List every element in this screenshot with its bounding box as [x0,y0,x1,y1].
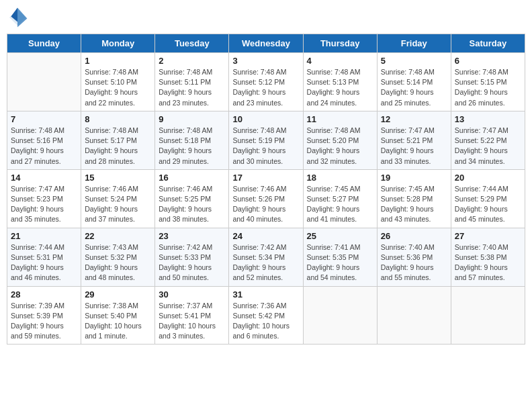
cell-info: Sunrise: 7:38 AMSunset: 5:40 PMDaylight:… [85,301,151,342]
page-header [7,7,525,28]
calendar-cell: 20Sunrise: 7:44 AMSunset: 5:29 PMDayligh… [451,169,525,228]
day-number: 20 [455,173,521,183]
calendar-week-row: 28Sunrise: 7:39 AMSunset: 5:39 PMDayligh… [7,286,525,345]
day-number: 26 [381,231,447,241]
calendar-cell: 8Sunrise: 7:48 AMSunset: 5:17 PMDaylight… [81,111,155,169]
day-number: 25 [307,231,373,241]
calendar-cell: 30Sunrise: 7:37 AMSunset: 5:41 PMDayligh… [155,286,229,345]
calendar-cell: 11Sunrise: 7:48 AMSunset: 5:20 PMDayligh… [303,111,377,169]
calendar-cell: 29Sunrise: 7:38 AMSunset: 5:40 PMDayligh… [81,286,155,345]
day-number: 24 [232,231,299,241]
weekday-header-sunday: Sunday [7,34,81,53]
day-number: 10 [232,114,299,124]
svg-marker-1 [17,8,27,28]
calendar-cell [377,286,451,345]
calendar-cell: 1Sunrise: 7:48 AMSunset: 5:10 PMDaylight… [81,53,155,111]
day-number: 29 [85,289,151,300]
logo-icon [7,7,28,28]
weekday-header-row: SundayMondayTuesdayWednesdayThursdayFrid… [7,34,525,53]
day-number: 7 [11,114,77,124]
calendar-cell: 12Sunrise: 7:47 AMSunset: 5:21 PMDayligh… [377,111,451,169]
calendar-cell: 6Sunrise: 7:48 AMSunset: 5:15 PMDaylight… [451,53,525,111]
cell-info: Sunrise: 7:48 AMSunset: 5:18 PMDaylight:… [159,126,225,167]
cell-info: Sunrise: 7:46 AMSunset: 5:26 PMDaylight:… [232,184,299,225]
calendar-cell: 17Sunrise: 7:46 AMSunset: 5:26 PMDayligh… [229,169,303,228]
calendar-cell: 15Sunrise: 7:46 AMSunset: 5:24 PMDayligh… [81,169,155,228]
calendar-cell: 3Sunrise: 7:48 AMSunset: 5:12 PMDaylight… [229,53,303,111]
day-number: 30 [159,289,225,300]
calendar-cell: 27Sunrise: 7:40 AMSunset: 5:38 PMDayligh… [451,228,525,286]
calendar-cell: 19Sunrise: 7:45 AMSunset: 5:28 PMDayligh… [377,169,451,228]
calendar-week-row: 21Sunrise: 7:44 AMSunset: 5:31 PMDayligh… [7,228,525,286]
cell-info: Sunrise: 7:47 AMSunset: 5:22 PMDaylight:… [455,126,521,167]
calendar-cell: 13Sunrise: 7:47 AMSunset: 5:22 PMDayligh… [451,111,525,169]
calendar-cell: 26Sunrise: 7:40 AMSunset: 5:36 PMDayligh… [377,228,451,286]
calendar-cell: 4Sunrise: 7:48 AMSunset: 5:13 PMDaylight… [303,53,377,111]
calendar-cell: 25Sunrise: 7:41 AMSunset: 5:35 PMDayligh… [303,228,377,286]
cell-info: Sunrise: 7:48 AMSunset: 5:12 PMDaylight:… [232,67,299,108]
cell-info: Sunrise: 7:39 AMSunset: 5:39 PMDaylight:… [11,301,77,342]
day-number: 22 [85,231,151,241]
cell-info: Sunrise: 7:41 AMSunset: 5:35 PMDaylight:… [307,242,373,283]
day-number: 6 [455,56,521,66]
cell-info: Sunrise: 7:40 AMSunset: 5:38 PMDaylight:… [455,242,521,283]
cell-info: Sunrise: 7:48 AMSunset: 5:11 PMDaylight:… [159,67,225,108]
calendar-cell: 14Sunrise: 7:47 AMSunset: 5:23 PMDayligh… [7,169,81,228]
logo [7,7,31,28]
day-number: 1 [85,56,151,66]
calendar-cell: 5Sunrise: 7:48 AMSunset: 5:14 PMDaylight… [377,53,451,111]
calendar-week-row: 1Sunrise: 7:48 AMSunset: 5:10 PMDaylight… [7,53,525,111]
cell-info: Sunrise: 7:46 AMSunset: 5:25 PMDaylight:… [159,184,225,225]
day-number: 12 [381,114,447,124]
calendar-cell: 2Sunrise: 7:48 AMSunset: 5:11 PMDaylight… [155,53,229,111]
cell-info: Sunrise: 7:48 AMSunset: 5:17 PMDaylight:… [85,126,151,167]
day-number: 4 [307,56,373,66]
calendar-cell: 31Sunrise: 7:36 AMSunset: 5:42 PMDayligh… [229,286,303,345]
calendar-week-row: 14Sunrise: 7:47 AMSunset: 5:23 PMDayligh… [7,169,525,228]
weekday-header-tuesday: Tuesday [155,34,229,53]
calendar-cell: 9Sunrise: 7:48 AMSunset: 5:18 PMDaylight… [155,111,229,169]
day-number: 5 [381,56,447,66]
cell-info: Sunrise: 7:45 AMSunset: 5:28 PMDaylight:… [381,184,447,225]
cell-info: Sunrise: 7:42 AMSunset: 5:34 PMDaylight:… [232,242,299,283]
weekday-header-saturday: Saturday [451,34,525,53]
cell-info: Sunrise: 7:48 AMSunset: 5:15 PMDaylight:… [455,67,521,108]
day-number: 17 [232,173,299,183]
cell-info: Sunrise: 7:44 AMSunset: 5:29 PMDaylight:… [455,184,521,225]
day-number: 2 [159,56,225,66]
cell-info: Sunrise: 7:48 AMSunset: 5:16 PMDaylight:… [11,126,77,167]
calendar-cell: 7Sunrise: 7:48 AMSunset: 5:16 PMDaylight… [7,111,81,169]
cell-info: Sunrise: 7:44 AMSunset: 5:31 PMDaylight:… [11,242,77,283]
calendar-cell [303,286,377,345]
weekday-header-wednesday: Wednesday [229,34,303,53]
weekday-header-friday: Friday [377,34,451,53]
cell-info: Sunrise: 7:48 AMSunset: 5:20 PMDaylight:… [307,126,373,167]
day-number: 31 [232,289,299,300]
weekday-header-thursday: Thursday [303,34,377,53]
cell-info: Sunrise: 7:47 AMSunset: 5:21 PMDaylight:… [381,126,447,167]
weekday-header-monday: Monday [81,34,155,53]
cell-info: Sunrise: 7:46 AMSunset: 5:24 PMDaylight:… [85,184,151,225]
calendar-cell: 16Sunrise: 7:46 AMSunset: 5:25 PMDayligh… [155,169,229,228]
day-number: 23 [159,231,225,241]
cell-info: Sunrise: 7:37 AMSunset: 5:41 PMDaylight:… [159,301,225,342]
day-number: 13 [455,114,521,124]
calendar-cell: 23Sunrise: 7:42 AMSunset: 5:33 PMDayligh… [155,228,229,286]
cell-info: Sunrise: 7:48 AMSunset: 5:19 PMDaylight:… [232,126,299,167]
cell-info: Sunrise: 7:42 AMSunset: 5:33 PMDaylight:… [159,242,225,283]
calendar-cell: 28Sunrise: 7:39 AMSunset: 5:39 PMDayligh… [7,286,81,345]
cell-info: Sunrise: 7:45 AMSunset: 5:27 PMDaylight:… [307,184,373,225]
cell-info: Sunrise: 7:48 AMSunset: 5:10 PMDaylight:… [85,67,151,108]
cell-info: Sunrise: 7:36 AMSunset: 5:42 PMDaylight:… [232,301,299,342]
calendar-cell [7,53,81,111]
day-number: 8 [85,114,151,124]
calendar-week-row: 7Sunrise: 7:48 AMSunset: 5:16 PMDaylight… [7,111,525,169]
calendar-cell [451,286,525,345]
calendar-cell: 18Sunrise: 7:45 AMSunset: 5:27 PMDayligh… [303,169,377,228]
cell-info: Sunrise: 7:47 AMSunset: 5:23 PMDaylight:… [11,184,77,225]
day-number: 16 [159,173,225,183]
calendar-cell: 10Sunrise: 7:48 AMSunset: 5:19 PMDayligh… [229,111,303,169]
day-number: 14 [11,173,77,183]
day-number: 11 [307,114,373,124]
day-number: 9 [159,114,225,124]
